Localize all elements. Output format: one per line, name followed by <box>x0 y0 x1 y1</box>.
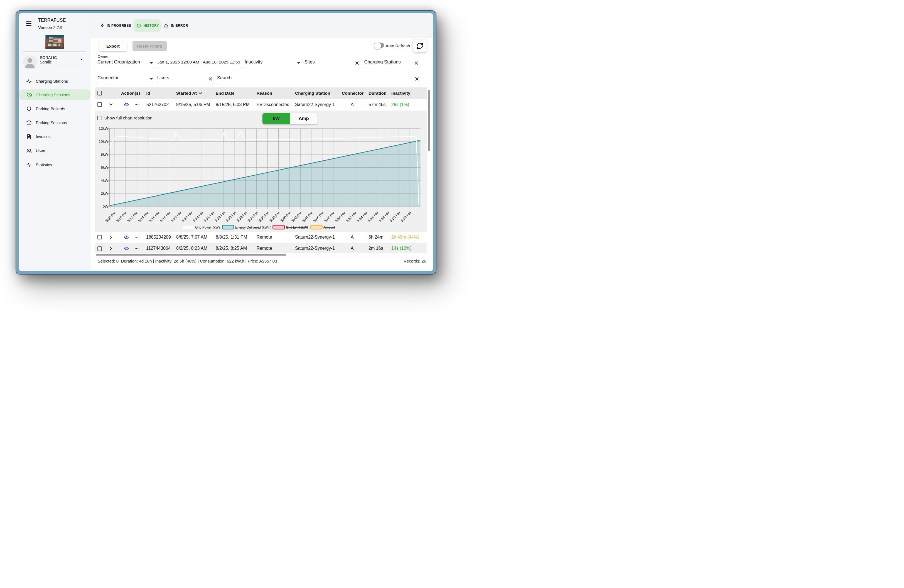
svg-text:5:30 PM: 5:30 PM <box>225 211 237 223</box>
svg-text:5:24 PM: 5:24 PM <box>192 211 204 223</box>
svg-text:5:34 PM: 5:34 PM <box>247 211 259 223</box>
svg-text:5:32 PM: 5:32 PM <box>236 211 248 223</box>
svg-text:5:50 PM: 5:50 PM <box>335 211 346 223</box>
svg-text:5:36 PM: 5:36 PM <box>258 211 270 223</box>
svg-text:2kW: 2kW <box>101 191 108 196</box>
svg-text:12kW: 12kW <box>98 126 108 131</box>
svg-text:5:22 PM: 5:22 PM <box>181 211 193 223</box>
svg-text:5:48 PM: 5:48 PM <box>323 211 335 223</box>
svg-text:5:46 PM: 5:46 PM <box>313 211 324 223</box>
svg-text:8kW: 8kW <box>101 152 108 156</box>
svg-text:Energy Delivered (kW.h): Energy Delivered (kW.h) <box>235 226 271 229</box>
svg-text:4kW: 4kW <box>101 178 108 182</box>
svg-text:5:44 PM: 5:44 PM <box>302 211 314 223</box>
svg-text:6:02 PM: 6:02 PM <box>400 211 412 223</box>
svg-text:5:40 PM: 5:40 PM <box>280 211 292 223</box>
svg-text:5:12 PM: 5:12 PM <box>126 211 139 223</box>
svg-text:5:56 PM: 5:56 PM <box>367 211 379 223</box>
svg-text:Grid Limit (kW): Grid Limit (kW) <box>286 226 308 229</box>
svg-text:5:18 PM: 5:18 PM <box>160 211 171 223</box>
svg-text:6:00 PM: 6:00 PM <box>389 211 401 223</box>
svg-text:5:52 PM: 5:52 PM <box>345 211 357 223</box>
svg-text:5:08 PM: 5:08 PM <box>105 211 117 223</box>
svg-text:5:42 PM: 5:42 PM <box>291 211 303 223</box>
svg-text:5:38 PM: 5:38 PM <box>269 211 281 223</box>
svg-text:5:10 PM: 5:10 PM <box>115 211 128 223</box>
svg-text:Amount: Amount <box>324 226 335 229</box>
svg-text:5:54 PM: 5:54 PM <box>356 211 368 223</box>
svg-text:10kW: 10kW <box>98 139 108 143</box>
svg-text:5:58 PM: 5:58 PM <box>378 211 390 223</box>
svg-text:5:16 PM: 5:16 PM <box>149 211 160 223</box>
svg-text:5:26 PM: 5:26 PM <box>203 211 215 223</box>
svg-text:0W: 0W <box>103 204 109 208</box>
svg-text:5:20 PM: 5:20 PM <box>170 211 182 223</box>
svg-text:6kW: 6kW <box>101 165 108 169</box>
svg-text:5:28 PM: 5:28 PM <box>214 211 226 223</box>
svg-text:Grid Power (kW): Grid Power (kW) <box>195 226 220 229</box>
svg-text:5:14 PM: 5:14 PM <box>137 211 149 223</box>
